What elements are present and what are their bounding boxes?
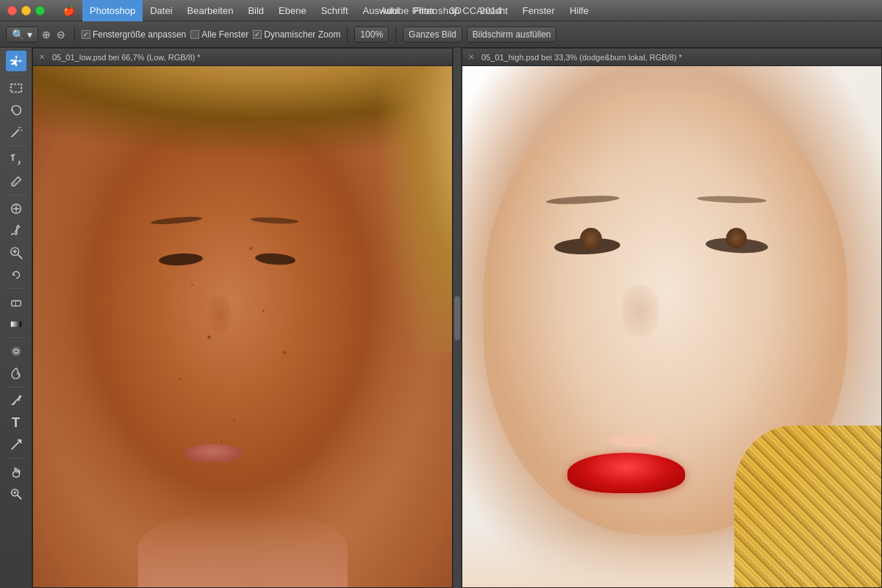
- tool-crop[interactable]: [6, 149, 26, 170]
- svg-line-2: [11, 129, 18, 137]
- doc-close-low[interactable]: ✕: [39, 53, 45, 61]
- svg-point-17: [12, 348, 20, 356]
- tool-text[interactable]: T: [6, 412, 26, 433]
- app-title: Adobe Photoshop CC 2014: [380, 5, 501, 16]
- documents-container: ✕ 05_01_low.psd bei 66,7% (Low, RGB/8) *: [32, 48, 882, 588]
- menu-photoshop[interactable]: Photoshop: [82, 0, 143, 21]
- tools-panel: T: [0, 48, 32, 588]
- dynamic-zoom-label: Dynamischer Zoom: [264, 29, 340, 40]
- zoom-in-icon[interactable]: ⊕: [40, 29, 53, 40]
- menu-hilfe[interactable]: Hilfe: [562, 0, 596, 21]
- image-shoulder-high: [462, 528, 749, 587]
- image-lips-high: [567, 453, 685, 493]
- all-windows-group: Alle Fenster: [190, 29, 248, 40]
- tool-gradient[interactable]: [6, 314, 26, 334]
- zoom-controls: 🔍 ▾ ⊕ ⊖: [6, 26, 68, 43]
- svg-point-18: [14, 349, 18, 353]
- document-canvas-high[interactable]: [462, 66, 881, 587]
- tool-move[interactable]: [6, 51, 26, 71]
- zoom-out-icon[interactable]: ⊖: [54, 29, 68, 40]
- fit-window-group: Fenstergröße anpassen: [82, 29, 186, 40]
- image-necklace: [734, 426, 881, 587]
- svg-point-19: [18, 395, 21, 398]
- image-face-high: [462, 66, 881, 587]
- tool-pen[interactable]: [6, 390, 26, 411]
- tool-clone[interactable]: [6, 243, 26, 263]
- tool-separator-3: [6, 195, 26, 196]
- canvas-area: ✕ 05_01_low.psd bei 66,7% (Low, RGB/8) *: [32, 48, 882, 588]
- tool-lasso[interactable]: [6, 100, 26, 121]
- tool-separator-4: [6, 288, 26, 289]
- svg-line-6: [12, 182, 15, 185]
- tool-eyedropper[interactable]: [6, 171, 26, 192]
- tool-separator-5: [6, 337, 26, 338]
- close-button[interactable]: [7, 6, 17, 15]
- svg-rect-0: [10, 85, 21, 93]
- zoom-value-field[interactable]: 100%: [354, 26, 389, 43]
- menu-ebene[interactable]: Ebene: [271, 0, 314, 21]
- tool-magic-wand[interactable]: [6, 122, 26, 143]
- document-window-low: ✕ 05_01_low.psd bei 66,7% (Low, RGB/8) *: [32, 48, 453, 588]
- options-toolbar: 🔍 ▾ ⊕ ⊖ Fenstergröße anpassen Alle Fenst…: [0, 21, 882, 48]
- menu-fenster[interactable]: Fenster: [515, 0, 562, 21]
- scroll-thumb[interactable]: [454, 296, 460, 340]
- document-tab-high[interactable]: ✕ 05_01_high.psd bei 33,3% (dodge&burn l…: [462, 49, 881, 66]
- apple-menu[interactable]: 🍎: [56, 0, 82, 21]
- image-hair-right: [326, 66, 452, 353]
- tool-hand[interactable]: [6, 462, 26, 482]
- tool-healing[interactable]: [6, 198, 26, 219]
- tool-separator-7: [6, 458, 26, 459]
- whole-image-button[interactable]: Ganzes Bild: [403, 26, 462, 43]
- menu-bearbeiten[interactable]: Bearbeiten: [180, 0, 241, 21]
- doc-tab-label-high: 05_01_high.psd bei 33,3% (dodge&burn lok…: [481, 53, 682, 62]
- svg-rect-14: [11, 301, 21, 306]
- tool-path-select[interactable]: [6, 434, 26, 455]
- tool-separator-2: [6, 146, 26, 146]
- menu-bild[interactable]: Bild: [240, 0, 271, 21]
- main-area: T ✕ 05_01_low.psd bei 66,7% (Low, RGB/8)…: [0, 48, 882, 588]
- document-tab-low[interactable]: ✕ 05_01_low.psd bei 66,7% (Low, RGB/8) *: [33, 49, 452, 66]
- svg-line-21: [17, 495, 21, 499]
- all-windows-checkbox[interactable]: [190, 30, 199, 39]
- minimize-button[interactable]: [21, 6, 31, 15]
- doc-close-high[interactable]: ✕: [468, 53, 474, 61]
- doc-tab-label-low: 05_01_low.psd bei 66,7% (Low, RGB/8) *: [52, 53, 201, 62]
- scroll-divider: [453, 48, 462, 588]
- maximize-button[interactable]: [35, 6, 45, 15]
- traffic-lights: [0, 6, 45, 15]
- tool-history-brush[interactable]: [6, 265, 26, 285]
- dynamic-zoom-group: Dynamischer Zoom: [253, 29, 340, 40]
- tool-separator-1: [6, 74, 26, 75]
- dynamic-zoom-checkbox[interactable]: [253, 30, 262, 39]
- svg-rect-16: [10, 321, 21, 326]
- tool-blur[interactable]: [6, 341, 26, 362]
- tool-brush[interactable]: [6, 220, 26, 241]
- tool-burn[interactable]: [6, 363, 26, 384]
- titlebar: 🍎 Photoshop Datei Bearbeiten Bild Ebene …: [0, 0, 882, 21]
- fit-window-label: Fenstergröße anpassen: [93, 29, 186, 40]
- all-windows-label: Alle Fenster: [201, 29, 248, 40]
- svg-line-13: [18, 255, 21, 259]
- tool-zoom[interactable]: [6, 484, 26, 504]
- toolbar-separator-2: [347, 26, 348, 43]
- menu-schrift[interactable]: Schrift: [314, 0, 356, 21]
- image-shoulder: [138, 509, 348, 587]
- image-lips-highlight: [609, 434, 661, 447]
- menu-datei[interactable]: Datei: [143, 0, 179, 21]
- svg-point-1: [11, 110, 13, 112]
- svg-line-5: [20, 127, 21, 128]
- image-iris-left: [580, 228, 602, 250]
- fill-screen-button[interactable]: Bildschirm ausfüllen: [467, 26, 557, 43]
- document-canvas-low[interactable]: [33, 66, 452, 587]
- fit-window-checkbox[interactable]: [82, 30, 90, 39]
- zoom-dropdown[interactable]: 🔍 ▾: [6, 26, 38, 43]
- toolbar-separator-1: [74, 26, 75, 43]
- menu-bar: 🍎 Photoshop Datei Bearbeiten Bild Ebene …: [49, 0, 596, 21]
- document-window-high: ✕ 05_01_high.psd bei 33,3% (dodge&burn l…: [462, 48, 882, 588]
- image-nose: [209, 295, 231, 332]
- image-nose-high: [622, 285, 659, 337]
- tool-eraser[interactable]: [6, 292, 26, 312]
- toolbar-separator-3: [395, 26, 396, 43]
- tool-select-rect[interactable]: [6, 78, 26, 98]
- tool-separator-6: [6, 387, 26, 387]
